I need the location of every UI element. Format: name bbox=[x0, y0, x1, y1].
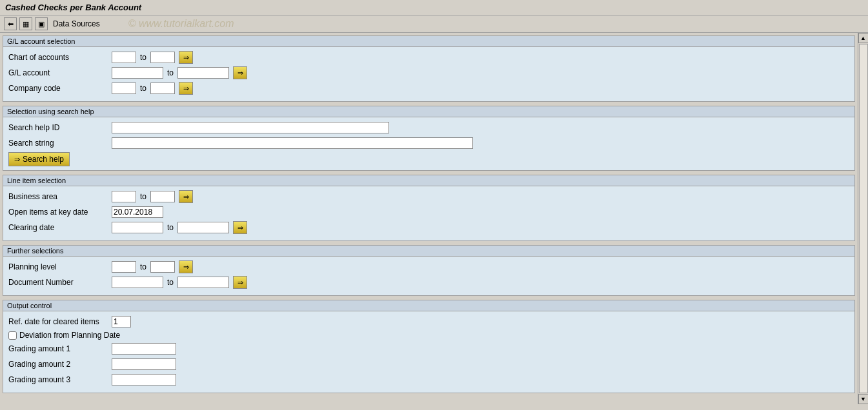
grading-amount-1-row: Grading amount 1 bbox=[8, 342, 849, 355]
document-number-input[interactable] bbox=[112, 277, 163, 288]
search-string-label: Search string bbox=[8, 139, 112, 148]
business-area-label: Business area bbox=[8, 192, 112, 201]
gl-account-to-input[interactable] bbox=[177, 67, 229, 79]
gl-account-row: G/L account to ⇒ bbox=[8, 66, 849, 79]
section-output-control-body: Ref. date for cleared items Deviation fr… bbox=[3, 311, 854, 393]
section-search-help: Selection using search help Search help … bbox=[3, 106, 855, 171]
business-area-arrow-btn[interactable]: ⇒ bbox=[179, 190, 193, 203]
deviation-planning-date-checkbox[interactable] bbox=[8, 331, 17, 340]
ref-date-label: Ref. date for cleared items bbox=[8, 317, 112, 326]
toolbar-box-icon[interactable]: ▣ bbox=[35, 17, 48, 30]
scrollbar: ▲ ▼ bbox=[858, 33, 868, 404]
section-line-item-selection-header: Line item selection bbox=[3, 175, 854, 186]
search-string-input[interactable] bbox=[112, 137, 473, 149]
business-area-row: Business area to ⇒ bbox=[8, 190, 849, 203]
section-line-item-selection-body: Business area to ⇒ Open items at key dat… bbox=[3, 186, 854, 240]
toolbar-grid-icon[interactable]: ▦ bbox=[19, 17, 32, 30]
planning-level-label: Planning level bbox=[8, 262, 112, 271]
chart-of-accounts-arrow-btn[interactable]: ⇒ bbox=[179, 51, 193, 64]
company-code-arrow-btn[interactable]: ⇒ bbox=[179, 82, 193, 95]
section-search-help-header: Selection using search help bbox=[3, 106, 854, 117]
chart-of-accounts-to: to bbox=[140, 53, 146, 62]
grading-amount-1-input[interactable] bbox=[112, 343, 176, 355]
business-area-to: to bbox=[140, 192, 146, 201]
ref-date-row: Ref. date for cleared items bbox=[8, 315, 849, 328]
section-line-item-selection: Line item selection Business area to ⇒ O… bbox=[3, 175, 855, 241]
grading-amount-2-row: Grading amount 2 bbox=[8, 358, 849, 371]
search-help-btn-label: Search help bbox=[23, 155, 64, 164]
chart-of-accounts-to-input[interactable] bbox=[150, 52, 175, 63]
open-items-key-date-label: Open items at key date bbox=[8, 208, 112, 217]
gl-account-input[interactable] bbox=[112, 67, 163, 79]
deviation-planning-date-label: Deviation from Planning Date bbox=[19, 331, 120, 340]
open-items-key-date-row: Open items at key date bbox=[8, 206, 849, 219]
page-title: Cashed Checks per Bank Account bbox=[5, 3, 141, 12]
search-string-row: Search string bbox=[8, 137, 849, 150]
company-code-input[interactable] bbox=[112, 83, 136, 94]
chart-of-accounts-label: Chart of accounts bbox=[8, 53, 112, 62]
document-number-row: Document Number to ⇒ bbox=[8, 276, 849, 289]
clearing-date-row: Clearing date to ⇒ bbox=[8, 221, 849, 234]
planning-level-input[interactable] bbox=[112, 261, 136, 273]
planning-level-to: to bbox=[140, 262, 146, 271]
section-further-selections: Further selections Planning level to ⇒ D… bbox=[3, 245, 855, 296]
grading-amount-3-label: Grading amount 3 bbox=[8, 375, 112, 384]
section-gl-account-selection-header: G/L account selection bbox=[3, 36, 854, 47]
chart-of-accounts-input[interactable] bbox=[112, 52, 136, 63]
section-output-control-header: Output control bbox=[3, 300, 854, 311]
business-area-to-input[interactable] bbox=[150, 191, 175, 202]
clearing-date-label: Clearing date bbox=[8, 223, 112, 232]
search-help-id-input[interactable] bbox=[112, 122, 389, 133]
gl-account-label: G/L account bbox=[8, 68, 112, 77]
main-content: G/L account selection Chart of accounts … bbox=[0, 33, 868, 404]
company-code-to-input[interactable] bbox=[150, 83, 175, 94]
toolbar: ⬅ ▦ ▣ Data Sources © www.tutorialkart.co… bbox=[0, 15, 868, 33]
section-output-control: Output control Ref. date for cleared ite… bbox=[3, 300, 855, 393]
section-gl-account-selection: G/L account selection Chart of accounts … bbox=[3, 35, 855, 102]
clearing-date-arrow-btn[interactable]: ⇒ bbox=[233, 221, 247, 234]
grading-amount-3-input[interactable] bbox=[112, 374, 176, 386]
search-help-button[interactable]: ⇒ Search help bbox=[8, 152, 70, 166]
grading-amount-2-input[interactable] bbox=[112, 358, 176, 370]
ref-date-input[interactable] bbox=[112, 316, 131, 327]
gl-account-to: to bbox=[167, 68, 174, 77]
gl-account-arrow-btn[interactable]: ⇒ bbox=[233, 66, 247, 79]
company-code-label: Company code bbox=[8, 84, 112, 93]
search-help-arrow-icon: ⇒ bbox=[14, 155, 20, 164]
clearing-date-to: to bbox=[167, 223, 174, 232]
planning-level-row: Planning level to ⇒ bbox=[8, 260, 849, 273]
data-sources-label[interactable]: Data Sources bbox=[53, 19, 100, 28]
business-area-input[interactable] bbox=[112, 191, 136, 202]
planning-level-arrow-btn[interactable]: ⇒ bbox=[179, 260, 193, 273]
open-items-key-date-input[interactable] bbox=[112, 206, 163, 218]
title-bar: Cashed Checks per Bank Account bbox=[0, 0, 868, 15]
company-code-to: to bbox=[140, 84, 146, 93]
section-search-help-body: Search help ID Search string ⇒ Search he… bbox=[3, 117, 854, 170]
scroll-track[interactable] bbox=[859, 44, 868, 393]
chart-of-accounts-row: Chart of accounts to ⇒ bbox=[8, 51, 849, 64]
document-number-label: Document Number bbox=[8, 278, 112, 287]
document-number-arrow-btn[interactable]: ⇒ bbox=[233, 276, 247, 289]
company-code-row: Company code to ⇒ bbox=[8, 82, 849, 95]
grading-amount-2-label: Grading amount 2 bbox=[8, 360, 112, 369]
document-number-to: to bbox=[167, 278, 174, 287]
section-gl-account-selection-body: Chart of accounts to ⇒ G/L account to ⇒ … bbox=[3, 47, 854, 101]
clearing-date-input[interactable] bbox=[112, 222, 163, 233]
scroll-down-btn[interactable]: ▼ bbox=[858, 394, 869, 404]
watermark: © www.tutorialkart.com bbox=[128, 18, 234, 30]
search-help-id-row: Search help ID bbox=[8, 121, 849, 134]
scroll-up-btn[interactable]: ▲ bbox=[858, 33, 869, 43]
grading-amount-1-label: Grading amount 1 bbox=[8, 344, 112, 353]
section-further-selections-body: Planning level to ⇒ Document Number to ⇒ bbox=[3, 257, 854, 295]
deviation-planning-date-row: Deviation from Planning Date bbox=[8, 331, 849, 340]
toolbar-back-icon[interactable]: ⬅ bbox=[4, 17, 17, 30]
grading-amount-3-row: Grading amount 3 bbox=[8, 373, 849, 386]
clearing-date-to-input[interactable] bbox=[177, 222, 229, 233]
planning-level-to-input[interactable] bbox=[150, 261, 175, 273]
section-further-selections-header: Further selections bbox=[3, 246, 854, 257]
form-area: G/L account selection Chart of accounts … bbox=[0, 33, 858, 404]
search-help-id-label: Search help ID bbox=[8, 123, 112, 132]
document-number-to-input[interactable] bbox=[177, 277, 229, 288]
